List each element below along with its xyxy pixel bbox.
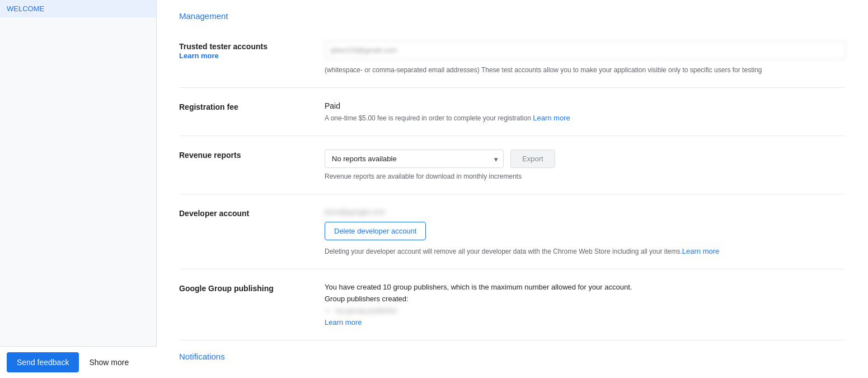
revenue-select-wrapper: No reports available ▾ [325,150,504,168]
revenue-reports-label: Revenue reports [179,150,325,160]
registration-fee-row: Registration fee Paid A one-time $5.00 f… [179,88,846,136]
trusted-tester-content: (whitespace- or comma-separated email ad… [325,41,846,74]
group-publishers-list: my-group-publisher [325,306,846,315]
registration-fee-label: Registration fee [179,101,325,111]
main-content: Management Trusted tester accounts Learn… [157,0,868,378]
trusted-tester-input[interactable] [325,41,846,59]
trusted-tester-hint: (whitespace- or comma-separated email ad… [325,66,846,74]
show-more-button[interactable]: Show more [85,353,133,371]
developer-account-email: jhunt@google.com [325,208,386,216]
trusted-tester-row: Trusted tester accounts Learn more (whit… [179,27,846,88]
developer-account-learn-more[interactable]: Learn more [682,247,719,255]
google-group-publishing-label: Google Group publishing [179,283,325,293]
google-group-publishing-row: Google Group publishing You have created… [179,269,846,340]
delete-developer-account-button[interactable]: Delete developer account [325,222,426,240]
trusted-tester-learn-more[interactable]: Learn more [179,52,219,60]
developer-account-hint: Deleting your developer account will rem… [325,247,846,255]
export-button[interactable]: Export [510,150,555,168]
revenue-reports-hint: Revenue reports are available for downlo… [325,172,846,180]
google-group-publishing-description: You have created 10 group publishers, wh… [325,283,846,291]
sidebar: WELCOME Send feedback Show more [0,0,157,378]
revenue-reports-select[interactable]: No reports available [325,150,504,168]
registration-fee-hint: A one-time $5.00 fee is required in orde… [325,114,846,122]
group-publishers-created-label: Group publishers created: [325,295,846,303]
management-heading: Management [179,0,846,27]
registration-fee-status: Paid [325,101,846,110]
registration-fee-learn-more[interactable]: Learn more [533,114,570,122]
notifications-heading: Notifications [179,340,846,361]
revenue-reports-row: Revenue reports No reports available ▾ E… [179,136,846,194]
bottom-bar: Send feedback Show more [0,346,157,378]
page-wrapper: WELCOME Send feedback Show more Manageme… [0,0,868,378]
welcome-label: WELCOME [0,0,156,17]
group-publisher-item: my-group-publisher [335,306,846,315]
trusted-tester-label: Trusted tester accounts [179,42,325,51]
developer-account-label: Developer account [179,208,325,218]
developer-account-row: Developer account jhunt@google.com Delet… [179,194,846,269]
google-group-publishing-learn-more[interactable]: Learn more [325,318,362,326]
send-feedback-button[interactable]: Send feedback [7,352,79,372]
